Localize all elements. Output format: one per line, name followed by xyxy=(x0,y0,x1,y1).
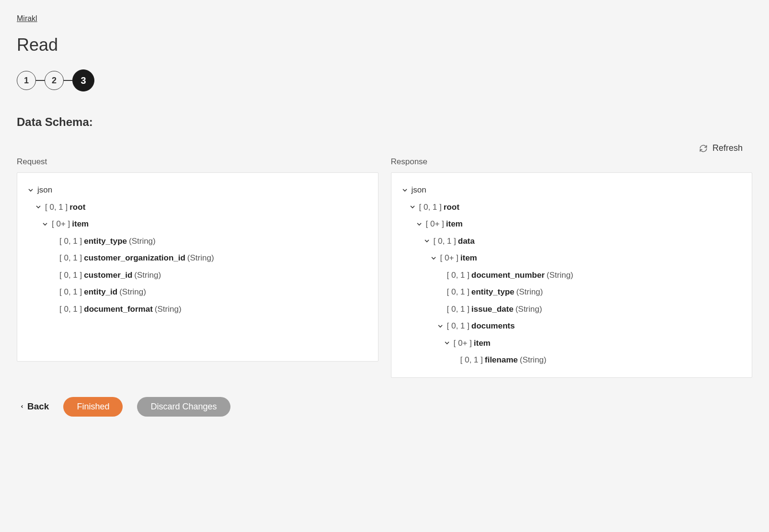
chevron-down-icon[interactable] xyxy=(423,237,431,245)
tree-leaf: [ 0, 1 ] entity_type (String) xyxy=(27,233,368,250)
tree-leaf: [ 0, 1 ] document_number (String) xyxy=(401,267,743,284)
tree-label: document_number xyxy=(471,269,545,282)
cardinality: [ 0, 1 ] xyxy=(45,201,68,214)
chevron-down-icon[interactable] xyxy=(443,339,451,347)
request-schema-box: json [ 0, 1 ] root [ 0+ ] item [ 0, 1 ] … xyxy=(17,172,379,362)
cardinality: [ 0, 1 ] xyxy=(447,286,470,298)
tree-leaf: [ 0, 1 ] issue_date (String) xyxy=(401,301,743,318)
cardinality: [ 0, 1 ] xyxy=(59,235,82,248)
tree-label: document_format xyxy=(84,303,153,316)
tree-type: (String) xyxy=(129,235,156,248)
tree-label: item xyxy=(72,218,89,230)
tree-node-item[interactable]: [ 0+ ] item xyxy=(27,215,368,233)
cardinality: [ 0, 1 ] xyxy=(59,252,82,264)
chevron-down-icon[interactable] xyxy=(27,186,34,194)
cardinality: [ 0+ ] xyxy=(52,218,70,230)
cardinality: [ 0, 1 ] xyxy=(419,201,442,214)
cardinality: [ 0+ ] xyxy=(440,252,459,264)
response-schema-box: json [ 0, 1 ] root [ 0+ ] item [ 0, 1 ] … xyxy=(391,172,753,378)
tree-leaf: [ 0, 1 ] entity_type (String) xyxy=(401,283,743,301)
back-button[interactable]: Back xyxy=(20,401,49,412)
tree-leaf: [ 0, 1 ] customer_organization_id (Strin… xyxy=(27,249,368,267)
tree-leaf: [ 0, 1 ] customer_id (String) xyxy=(27,267,368,284)
tree-label: json xyxy=(37,184,52,196)
chevron-down-icon[interactable] xyxy=(41,220,49,228)
cardinality: [ 0, 1 ] xyxy=(434,235,456,248)
refresh-label: Refresh xyxy=(712,143,743,153)
tree-type: (String) xyxy=(155,303,182,316)
request-column: Request json [ 0, 1 ] root [ 0+ ] item [… xyxy=(17,157,379,378)
tree-label: issue_date xyxy=(471,303,514,316)
chevron-down-icon[interactable] xyxy=(415,220,423,228)
step-3[interactable]: 3 xyxy=(72,69,94,91)
tree-type: (String) xyxy=(187,252,214,264)
cardinality: [ 0, 1 ] xyxy=(460,354,483,366)
tree-label: root xyxy=(69,201,85,214)
chevron-left-icon xyxy=(20,403,24,410)
cardinality: [ 0, 1 ] xyxy=(59,286,82,298)
tree-leaf: [ 0, 1 ] filename (String) xyxy=(401,351,743,369)
tree-type: (String) xyxy=(516,303,542,316)
cardinality: [ 0, 1 ] xyxy=(447,303,470,316)
tree-label: customer_id xyxy=(84,269,132,282)
response-column: Response json [ 0, 1 ] root [ 0+ ] item … xyxy=(391,157,753,378)
tree-node-item[interactable]: [ 0+ ] item xyxy=(401,335,743,352)
cardinality: [ 0, 1 ] xyxy=(447,320,470,332)
tree-label: root xyxy=(444,201,459,214)
response-header: Response xyxy=(391,157,753,167)
footer-actions: Back Finished Discard Changes xyxy=(17,397,752,417)
tree-type: (String) xyxy=(134,269,161,282)
step-2[interactable]: 2 xyxy=(45,71,64,90)
tree-label: entity_id xyxy=(84,286,117,298)
tree-type: (String) xyxy=(119,286,146,298)
tree-type: (String) xyxy=(547,269,574,282)
tree-type: (String) xyxy=(516,286,543,298)
step-1[interactable]: 1 xyxy=(17,71,36,90)
tree-leaf: [ 0, 1 ] document_format (String) xyxy=(27,301,368,318)
tree-label: data xyxy=(458,235,475,248)
refresh-icon xyxy=(699,144,708,153)
chevron-down-icon[interactable] xyxy=(34,203,42,211)
chevron-down-icon[interactable] xyxy=(401,186,409,194)
stepper: 1 2 3 xyxy=(17,69,752,91)
tree-label: item xyxy=(446,218,463,230)
tree-label: filename xyxy=(485,354,518,366)
tree-label: item xyxy=(460,252,477,264)
finished-button[interactable]: Finished xyxy=(63,397,123,417)
cardinality: [ 0, 1 ] xyxy=(447,269,470,282)
discard-button[interactable]: Discard Changes xyxy=(137,397,230,417)
tree-node-root[interactable]: [ 0, 1 ] root xyxy=(401,199,743,216)
tree-label: item xyxy=(474,337,491,350)
request-header: Request xyxy=(17,157,379,167)
section-title: Data Schema: xyxy=(17,115,752,129)
tree-node-json[interactable]: json xyxy=(27,181,368,199)
tree-node-documents[interactable]: [ 0, 1 ] documents xyxy=(401,317,743,335)
page-title: Read xyxy=(17,35,752,55)
tree-label: customer_organization_id xyxy=(84,252,185,264)
back-label: Back xyxy=(27,401,49,412)
tree-leaf: [ 0, 1 ] entity_id (String) xyxy=(27,283,368,301)
tree-label: documents xyxy=(471,320,515,332)
chevron-down-icon[interactable] xyxy=(436,322,444,330)
tree-node-root[interactable]: [ 0, 1 ] root xyxy=(27,199,368,216)
tree-node-item[interactable]: [ 0+ ] item xyxy=(401,249,743,267)
cardinality: [ 0+ ] xyxy=(426,218,444,230)
tree-node-data[interactable]: [ 0, 1 ] data xyxy=(401,233,743,250)
step-connector xyxy=(36,80,45,81)
cardinality: [ 0, 1 ] xyxy=(59,303,82,316)
breadcrumb-link[interactable]: Mirakl xyxy=(17,14,37,23)
tree-label: entity_type xyxy=(471,286,515,298)
tree-label: entity_type xyxy=(84,235,127,248)
tree-type: (String) xyxy=(520,354,547,366)
step-connector xyxy=(64,80,72,81)
refresh-button[interactable]: Refresh xyxy=(699,143,743,153)
tree-label: json xyxy=(412,184,426,196)
chevron-down-icon[interactable] xyxy=(430,254,437,262)
chevron-down-icon[interactable] xyxy=(409,203,416,211)
tree-node-item[interactable]: [ 0+ ] item xyxy=(401,215,743,233)
cardinality: [ 0, 1 ] xyxy=(59,269,82,282)
cardinality: [ 0+ ] xyxy=(454,337,472,350)
tree-node-json[interactable]: json xyxy=(401,181,743,199)
